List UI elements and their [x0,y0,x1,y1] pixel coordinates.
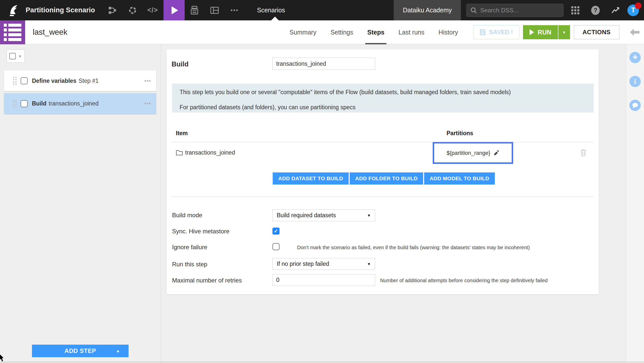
search-icon [470,7,477,14]
partition-spec-input-highlighted[interactable]: ${partition_range} [433,142,513,164]
item-name: transactions_joined [185,149,235,156]
run-button-group: RUN ▼ [523,25,570,39]
collapse-panel-arrow-icon[interactable] [630,29,640,36]
step-type-label: Build [172,60,189,68]
tab-steps[interactable]: Steps [367,20,384,44]
steps-sidebar: ▼ Define variablesStep #1 ••• Buildtran [0,45,161,363]
global-search[interactable] [466,4,564,17]
build-item-row: transactions_joined [176,149,235,156]
play-icon [172,6,178,14]
jobs-icon[interactable] [190,0,199,20]
plus-icon: + [632,52,638,62]
save-floppy-icon [479,29,486,35]
retries-hint: Number of additional attempts before con… [380,278,548,283]
add-folder-button[interactable]: ADD FOLDER TO BUILD [350,172,423,185]
scenario-name: last_week [33,28,67,37]
more-menu-icon[interactable]: ••• [230,0,239,20]
info-line-1: This step lets you build one or several … [180,89,586,95]
dashboard-icon[interactable] [210,0,219,20]
chat-button[interactable] [629,100,641,111]
build-mode-label: Build mode [172,212,202,219]
apps-grid-icon[interactable] [571,0,580,20]
trend-chart-icon[interactable] [611,0,620,20]
column-header-partitions: Partitions [447,130,473,137]
step-editor-panel: Build This step lets you build one or se… [161,45,626,363]
check-icon: ✓ [274,228,278,234]
sync-hive-checkbox[interactable]: ✓ [272,228,279,235]
ignore-failure-label: Ignore failure [172,244,207,251]
step-info-box: This step lets you build one or several … [172,84,594,113]
add-dataset-button[interactable]: ADD DATASET TO BUILD [273,172,349,185]
mouse-cursor [0,354,5,363]
actions-button[interactable]: ACTIONS [574,25,620,39]
search-input[interactable] [480,7,560,14]
nav-scenarios[interactable]: Scenarios [257,7,285,14]
lab-icon[interactable] [128,0,137,20]
step-item-define-variables[interactable]: Define variablesStep #1 ••• [4,70,156,91]
select-all-steps-control[interactable]: ▼ [7,50,25,63]
step-name-input[interactable] [272,58,375,70]
step-checkbox[interactable] [21,77,28,84]
chevron-down-icon: ▼ [367,262,371,266]
tab-summary[interactable]: Summary [290,20,316,44]
edit-pencil-icon[interactable] [493,150,499,156]
info-icon: i [634,78,636,86]
scenario-tabs: Summary Settings Steps Last runs History [290,20,458,44]
step-subtitle: transactions_joined [49,100,99,107]
instance-name-dataiku-academy[interactable]: Dataiku Academy [394,0,461,20]
dataiku-logo-icon[interactable] [7,4,20,17]
folder-icon [176,150,183,156]
content-area: ▼ Define variablesStep #1 ••• Buildtran [0,45,644,363]
saved-button[interactable]: SAVED ! [473,25,519,39]
drag-handle[interactable] [13,100,17,108]
tab-last-runs[interactable]: Last runs [398,20,424,44]
drag-handle[interactable] [13,77,17,85]
scenario-list-icon [0,20,25,44]
run-this-step-select[interactable]: If no prior step failed ▼ [272,258,375,270]
retries-input[interactable] [272,274,375,286]
retries-label: Maximal number of retries [172,277,242,284]
run-options-caret[interactable]: ▼ [558,25,570,39]
help-icon[interactable]: ? [591,0,600,20]
code-icon[interactable]: </> [148,0,157,20]
user-avatar[interactable]: T [627,5,639,16]
form-divider [172,197,594,197]
chevron-down-icon: ▼ [367,213,371,217]
select-all-checkbox[interactable] [9,53,16,59]
scenarios-section-icon-active[interactable] [164,0,185,20]
add-button[interactable]: + [629,52,641,63]
dss-app-window: Partitioning Scenario </> [0,0,644,363]
chevron-up-icon: ▲ [116,349,120,353]
run-button[interactable]: RUN [523,25,558,39]
info-button[interactable]: i [629,76,641,87]
chat-bubble-icon [632,102,638,108]
step-checkbox[interactable] [21,100,28,107]
delete-item-trash-icon[interactable] [580,149,587,158]
run-this-step-label: Run this step [172,261,207,268]
scenario-header: last_week Summary Settings Steps Last ru… [0,20,644,44]
step-more-menu-icon[interactable]: ••• [144,78,151,84]
chevron-down-icon[interactable]: ▼ [18,54,22,58]
step-subtitle: Step #1 [78,78,98,84]
step-item-build-transactions-joined[interactable]: Buildtransactions_joined ••• [4,93,156,114]
ignore-failure-checkbox[interactable] [272,243,279,250]
notification-dot [635,3,641,9]
step-title: Build [32,100,47,107]
chevron-down-icon: ▼ [562,30,566,34]
tab-history[interactable]: History [438,20,458,44]
build-mode-select[interactable]: Build required datasets ▼ [272,209,375,221]
step-more-menu-icon[interactable]: ••• [144,101,151,106]
partition-spec-value: ${partition_range} [447,150,490,156]
tab-settings[interactable]: Settings [331,20,353,44]
bottom-edge-line [0,362,644,362]
info-line-2: For partitioned datasets (and folders), … [180,104,586,110]
add-model-button[interactable]: ADD MODEL TO BUILD [424,172,495,185]
project-title[interactable]: Partitioning Scenario [26,6,95,14]
active-section-pointer [271,17,279,20]
add-step-button[interactable]: ADD STEP ▲ [32,345,129,357]
top-navigation-bar: Partitioning Scenario </> [0,0,644,20]
sync-hive-label: Sync. Hive metastore [172,228,229,235]
column-header-item: Item [176,130,188,137]
build-step-card: Build This step lets you build one or se… [167,49,599,294]
flow-icon[interactable] [108,0,117,20]
